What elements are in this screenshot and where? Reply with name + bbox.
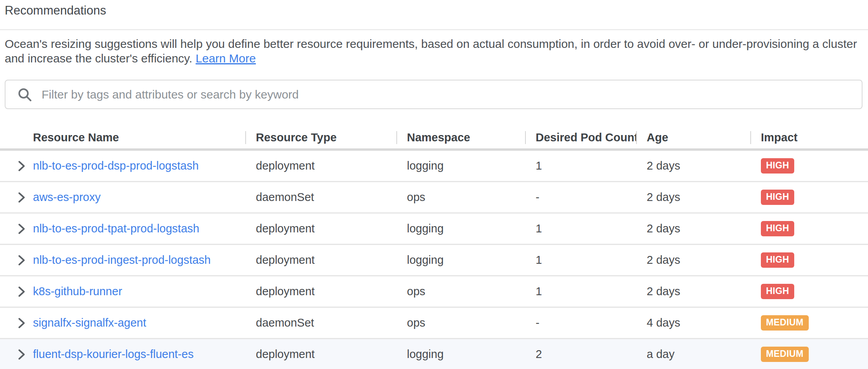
resource-type-cell: deployment: [245, 222, 396, 235]
resource-type-cell: daemonSet: [245, 316, 396, 329]
resource-name-cell: aws-es-proxy: [0, 191, 245, 204]
resource-name-cell: nlb-to-es-prod-dsp-prod-logstash: [0, 159, 245, 172]
age-cell: 2 days: [636, 222, 750, 235]
namespace-cell: logging: [396, 222, 525, 235]
age-cell: a day: [636, 348, 750, 361]
impact-cell: HIGH: [750, 284, 868, 299]
resource-name-link[interactable]: nlb-to-es-prod-dsp-prod-logstash: [33, 159, 199, 172]
column-header-resource-name: Resource Name: [0, 131, 245, 144]
age-cell: 2 days: [636, 254, 750, 267]
learn-more-link[interactable]: Learn More: [196, 52, 256, 65]
search-icon: [17, 87, 32, 102]
resource-type-cell: daemonSet: [245, 191, 396, 204]
recommendations-page: Recommendations Ocean's resizing suggest…: [0, 0, 868, 369]
resource-type-cell: deployment: [245, 285, 396, 298]
table-row[interactable]: fluent-dsp-kourier-logs-fluent-es deploy…: [0, 339, 868, 369]
desired-pod-count-cell: 1: [525, 222, 636, 235]
resource-name-link[interactable]: fluent-dsp-kourier-logs-fluent-es: [33, 348, 193, 361]
impact-badge: HIGH: [761, 158, 794, 173]
impact-badge: HIGH: [761, 190, 794, 205]
resource-name-link[interactable]: aws-es-proxy: [33, 191, 100, 204]
expand-row-button[interactable]: [17, 223, 26, 235]
impact-cell: HIGH: [750, 252, 868, 267]
resource-type-cell: deployment: [245, 254, 396, 267]
title-divider: [0, 29, 868, 30]
table-row[interactable]: signalfx-signalfx-agent daemonSet ops - …: [0, 308, 868, 339]
impact-cell: MEDIUM: [750, 315, 868, 330]
column-header-desired-pod-count: Desired Pod Count: [525, 131, 636, 144]
resource-name-cell: fluent-dsp-kourier-logs-fluent-es: [0, 348, 245, 361]
impact-badge: MEDIUM: [761, 347, 809, 362]
impact-badge: MEDIUM: [761, 315, 809, 330]
namespace-cell: logging: [396, 254, 525, 267]
column-header-namespace: Namespace: [396, 131, 525, 144]
page-title: Recommendations: [5, 3, 868, 18]
resource-name-link[interactable]: k8s-github-runner: [33, 285, 122, 298]
namespace-cell: ops: [396, 191, 525, 204]
expand-row-button[interactable]: [17, 349, 26, 360]
resource-name-cell: k8s-github-runner: [0, 285, 245, 298]
recommendations-table: Resource Name Resource Type Namespace De…: [0, 126, 868, 369]
table-row[interactable]: k8s-github-runner deployment ops 1 2 day…: [0, 276, 868, 308]
desired-pod-count-cell: 1: [525, 285, 636, 298]
table-row[interactable]: aws-es-proxy daemonSet ops - 2 days HIGH: [0, 182, 868, 214]
column-header-age: Age: [636, 131, 750, 144]
resource-type-cell: deployment: [245, 159, 396, 172]
expand-row-button[interactable]: [17, 317, 26, 329]
expand-row-button[interactable]: [17, 254, 26, 266]
resource-name-cell: nlb-to-es-prod-ingest-prod-logstash: [0, 254, 245, 267]
desired-pod-count-cell: 1: [525, 254, 636, 267]
age-cell: 4 days: [636, 316, 750, 329]
impact-badge: HIGH: [761, 221, 794, 236]
impact-badge: HIGH: [761, 284, 794, 299]
expand-row-button[interactable]: [17, 286, 26, 298]
resource-name-cell: signalfx-signalfx-agent: [0, 316, 245, 329]
desired-pod-count-cell: 2: [525, 348, 636, 361]
column-header-impact: Impact: [750, 131, 868, 144]
resource-type-cell: deployment: [245, 348, 396, 361]
age-cell: 2 days: [636, 285, 750, 298]
desired-pod-count-cell: 1: [525, 159, 636, 172]
search-input[interactable]: [41, 88, 852, 102]
table-row[interactable]: nlb-to-es-prod-dsp-prod-logstash deploym…: [0, 151, 868, 182]
chevron-right-icon: [17, 349, 26, 360]
expand-row-button[interactable]: [17, 192, 26, 203]
namespace-cell: logging: [396, 348, 525, 361]
table-header-row: Resource Name Resource Type Namespace De…: [0, 126, 868, 151]
impact-cell: HIGH: [750, 221, 868, 236]
resource-name-link[interactable]: nlb-to-es-prod-ingest-prod-logstash: [33, 254, 211, 267]
impact-badge: HIGH: [761, 252, 794, 267]
age-cell: 2 days: [636, 159, 750, 172]
impact-cell: MEDIUM: [750, 347, 868, 362]
expand-row-button[interactable]: [17, 160, 26, 172]
filter-search-box[interactable]: [5, 80, 863, 109]
chevron-right-icon: [17, 254, 26, 266]
table-row[interactable]: nlb-to-es-prod-ingest-prod-logstash depl…: [0, 245, 868, 276]
desired-pod-count-cell: -: [525, 316, 636, 329]
namespace-cell: logging: [396, 159, 525, 172]
age-cell: 2 days: [636, 191, 750, 204]
chevron-right-icon: [17, 286, 26, 298]
chevron-right-icon: [17, 160, 26, 172]
page-description: Ocean's resizing suggestions will help y…: [5, 37, 863, 66]
resource-name-link[interactable]: signalfx-signalfx-agent: [33, 316, 146, 329]
chevron-right-icon: [17, 192, 26, 203]
resource-name-cell: nlb-to-es-prod-tpat-prod-logstash: [0, 222, 245, 235]
resource-name-link[interactable]: nlb-to-es-prod-tpat-prod-logstash: [33, 222, 199, 235]
table-row[interactable]: nlb-to-es-prod-tpat-prod-logstash deploy…: [0, 214, 868, 245]
desired-pod-count-cell: -: [525, 191, 636, 204]
chevron-right-icon: [17, 223, 26, 235]
impact-cell: HIGH: [750, 158, 868, 173]
impact-cell: HIGH: [750, 190, 868, 205]
namespace-cell: ops: [396, 285, 525, 298]
column-header-resource-type: Resource Type: [245, 131, 396, 144]
chevron-right-icon: [17, 317, 26, 329]
namespace-cell: ops: [396, 316, 525, 329]
description-text: Ocean's resizing suggestions will help y…: [5, 37, 857, 65]
